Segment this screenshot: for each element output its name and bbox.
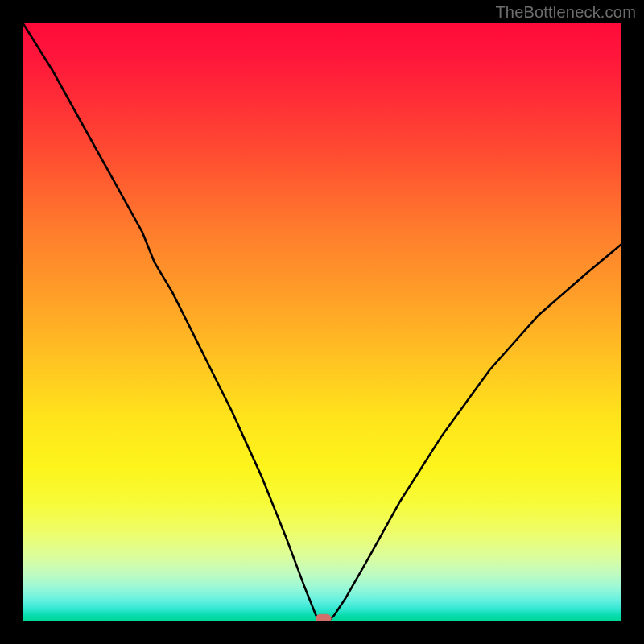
minimum-marker (316, 614, 332, 621)
watermark-text: TheBottleneck.com (495, 3, 636, 22)
bottleneck-curve (23, 23, 621, 621)
curve-layer (23, 23, 621, 621)
plot-area (23, 23, 621, 621)
chart-frame: TheBottleneck.com (0, 0, 644, 644)
